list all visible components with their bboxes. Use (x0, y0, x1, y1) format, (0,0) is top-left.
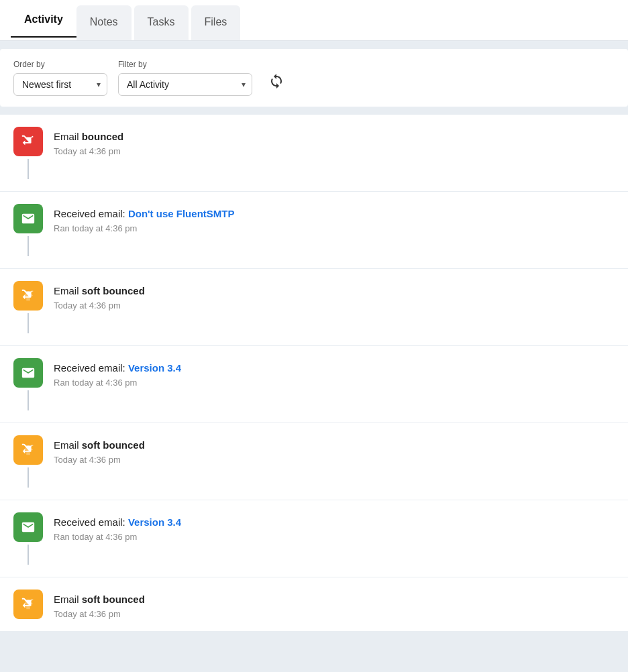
email-icon (21, 211, 36, 226)
activity-link[interactable]: Version 3.4 (128, 516, 181, 528)
activity-content: Received email: Version 3.4Ran today at … (54, 358, 615, 388)
activity-link[interactable]: Version 3.4 (128, 362, 181, 374)
activity-item: Email bouncedToday at 4:36 pm (0, 115, 628, 192)
refresh-button[interactable] (263, 68, 290, 95)
activity-time: Today at 4:36 pm (54, 455, 615, 465)
activity-icon-soft-bounce (13, 281, 43, 311)
activity-icon-email (13, 358, 43, 388)
activity-time: Ran today at 4:36 pm (54, 378, 615, 388)
email-icon (21, 366, 36, 380)
timeline-col (13, 281, 43, 333)
timeline-col (13, 512, 43, 565)
tab-activity[interactable]: Activity (11, 3, 76, 38)
order-by-select[interactable]: Newest firstOldest first (13, 73, 107, 96)
activity-list: Email bouncedToday at 4:36 pm Received e… (0, 115, 628, 631)
timeline-col (13, 358, 43, 410)
activity-item: Received email: Version 3.4Ran today at … (0, 346, 628, 423)
activity-time: Today at 4:36 pm (54, 146, 615, 156)
filter-by-label: Filter by (118, 60, 252, 69)
timeline-col (13, 590, 43, 619)
tab-tasks[interactable]: Tasks (134, 5, 189, 40)
timeline-line (28, 467, 29, 488)
timeline-line (28, 545, 29, 565)
timeline-line (28, 236, 29, 256)
activity-item: Received email: Don't use FluentSMTPRan … (0, 192, 628, 269)
activity-time: Ran today at 4:36 pm (54, 223, 615, 233)
timeline-line (28, 313, 29, 333)
soft-bounce-icon (21, 597, 36, 612)
activity-content: Received email: Version 3.4Ran today at … (54, 512, 615, 542)
activity-icon-soft-bounce (13, 590, 43, 619)
activity-title: Received email: Don't use FluentSMTP (54, 207, 615, 221)
svg-rect-0 (32, 136, 34, 137)
activity-content: Received email: Don't use FluentSMTPRan … (54, 204, 615, 233)
activity-icon-email (13, 512, 43, 542)
activity-time: Today at 4:36 pm (54, 609, 615, 619)
activity-content: Email soft bouncedToday at 4:36 pm (54, 281, 615, 311)
timeline-col (13, 204, 43, 256)
order-by-label: Order by (13, 60, 107, 69)
filter-by-select-wrapper[interactable]: All ActivityEmailNotesTasks ▾ (118, 73, 252, 96)
activity-item: Received email: Version 3.4Ran today at … (0, 500, 628, 577)
activity-content: Email soft bouncedToday at 4:36 pm (54, 590, 615, 619)
activity-content: Email soft bouncedToday at 4:36 pm (54, 435, 615, 465)
tab-files[interactable]: Files (191, 5, 241, 40)
timeline-line (28, 390, 29, 410)
filter-bar: Order by Newest firstOldest first ▾ Filt… (0, 49, 628, 107)
order-by-group: Order by Newest firstOldest first ▾ (13, 60, 107, 96)
timeline-col (13, 127, 43, 179)
activity-content: Email bouncedToday at 4:36 pm (54, 127, 615, 156)
bounce-icon (21, 134, 36, 149)
activity-link[interactable]: Don't use FluentSMTP (128, 208, 235, 219)
soft-bounce-icon (21, 443, 36, 457)
activity-title: Received email: Version 3.4 (54, 361, 615, 375)
email-icon (21, 520, 36, 535)
activity-time: Today at 4:36 pm (54, 300, 615, 311)
activity-icon-bounce (13, 127, 43, 156)
activity-title: Received email: Version 3.4 (54, 515, 615, 529)
filter-by-select[interactable]: All ActivityEmailNotesTasks (118, 73, 252, 96)
timeline-line (28, 159, 29, 179)
activity-item: Email soft bouncedToday at 4:36 pm (0, 577, 628, 631)
activity-title: Email bounced (54, 129, 615, 144)
tabs-bar: ActivityNotesTasksFiles (0, 0, 628, 41)
tab-notes[interactable]: Notes (76, 5, 132, 40)
order-by-select-wrapper[interactable]: Newest firstOldest first ▾ (13, 73, 107, 96)
timeline-col (13, 435, 43, 488)
refresh-icon (268, 73, 284, 89)
activity-icon-email (13, 204, 43, 233)
soft-bounce-icon (21, 288, 36, 303)
activity-time: Ran today at 4:36 pm (54, 532, 615, 542)
activity-title: Email soft bounced (54, 284, 615, 298)
activity-title: Email soft bounced (54, 592, 615, 606)
activity-title: Email soft bounced (54, 438, 615, 452)
activity-item: Email soft bouncedToday at 4:36 pm (0, 423, 628, 500)
activity-item: Email soft bouncedToday at 4:36 pm (0, 269, 628, 346)
activity-icon-soft-bounce (13, 435, 43, 465)
filter-by-group: Filter by All ActivityEmailNotesTasks ▾ (118, 60, 252, 96)
